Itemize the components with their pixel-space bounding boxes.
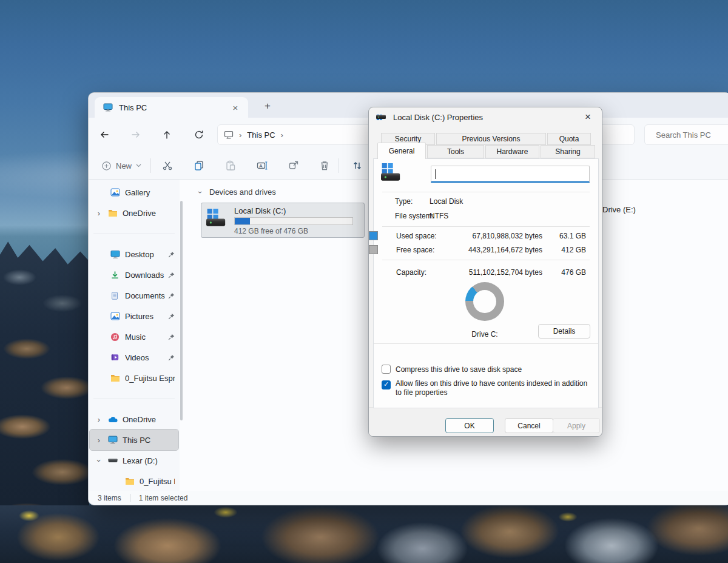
drive-e-label[interactable]: Drive (E:)	[602, 205, 636, 214]
tab-title: This PC	[119, 103, 223, 112]
windows-drive-icon	[376, 115, 381, 120]
monitor-icon	[108, 435, 118, 445]
sidebar-scrollbar[interactable]	[180, 201, 183, 420]
drive-icon	[108, 456, 118, 465]
gallery-icon	[110, 187, 120, 197]
type-label: Type:	[395, 197, 413, 206]
capacity-donut	[465, 282, 504, 321]
ok-button[interactable]: OK	[445, 418, 494, 433]
details-button[interactable]: Details	[538, 324, 590, 339]
selected-count: 1 item selected	[139, 494, 188, 502]
rename-icon[interactable]: A	[252, 156, 272, 175]
sidebar-item-downloads[interactable]: Downloads	[90, 265, 178, 285]
chevron-down-icon	[136, 164, 141, 167]
pin-icon	[168, 251, 175, 258]
sidebar-item-desktop[interactable]: Desktop	[90, 244, 178, 265]
sidebar-item-fujitsu-folder-nested[interactable]: 0_Fujitsu Esprim	[90, 471, 178, 491]
new-button-label: New	[116, 161, 132, 170]
index-checkbox-label: Allow files on this drive to have conten…	[396, 379, 591, 397]
sidebar-divider	[89, 388, 180, 409]
dialog-title-bar[interactable]: Local Disk (C:) Properties ×	[369, 107, 602, 127]
toolbar-separator	[339, 158, 339, 173]
sidebar-divider	[89, 223, 180, 244]
local-disk-c-tile[interactable]: Local Disk (C:) 412 GB free of 476 GB	[201, 203, 365, 238]
cut-icon[interactable]	[158, 156, 177, 175]
chevron-down-icon: ›	[95, 456, 104, 465]
chevron-right-icon: ›	[281, 130, 283, 140]
chevron-down-icon: ›	[196, 188, 204, 197]
sort-icon[interactable]	[348, 156, 367, 175]
breadcrumb[interactable]: This PC	[247, 130, 275, 140]
apply-button[interactable]: Apply	[553, 418, 600, 433]
videos-icon	[110, 352, 120, 362]
pin-icon	[168, 272, 175, 278]
sidebar-item-videos[interactable]: Videos	[90, 347, 178, 368]
onedrive-icon	[108, 414, 118, 424]
folder-icon	[108, 208, 118, 218]
folder-icon	[125, 476, 135, 486]
pin-icon	[168, 292, 175, 299]
tab-close-icon[interactable]: ×	[229, 101, 242, 114]
tab-sharing[interactable]: Sharing	[541, 145, 595, 158]
section-devices-and-drives[interactable]: › Devices and drives	[196, 187, 276, 197]
sidebar-item-onedrive-folder[interactable]: › OneDrive	[90, 203, 178, 223]
sidebar-item-gallery[interactable]: Gallery	[90, 182, 178, 203]
tab-quota[interactable]: Quota	[547, 133, 591, 145]
documents-icon	[110, 291, 120, 300]
tab-previous-versions[interactable]: Previous Versions	[436, 133, 546, 145]
volume-label-input[interactable]	[431, 166, 590, 183]
copy-icon[interactable]	[189, 156, 209, 175]
search-box[interactable]	[644, 124, 728, 145]
desktop-icon	[110, 249, 120, 259]
tab-general[interactable]: General	[377, 143, 426, 159]
sidebar-item-fujitsu-folder[interactable]: 0_Fujitsu Esprim	[90, 368, 178, 388]
index-checkbox[interactable]	[382, 380, 391, 389]
paste-icon[interactable]	[221, 156, 240, 175]
sidebar: Gallery › OneDrive Desktop Down	[89, 180, 180, 492]
sidebar-item-documents[interactable]: Documents	[90, 285, 178, 306]
tab-this-pc[interactable]: This PC ×	[95, 97, 248, 118]
free-space-bytes: 443,291,164,672 bytes	[468, 246, 542, 254]
type-value: Local Disk	[430, 197, 463, 206]
refresh-icon[interactable]	[189, 125, 209, 144]
svg-text:A: A	[259, 163, 263, 169]
forward-button[interactable]	[126, 125, 145, 144]
sidebar-item-music[interactable]: Music	[90, 326, 178, 347]
pin-icon	[168, 334, 175, 340]
tab-tools[interactable]: Tools	[427, 145, 484, 158]
cancel-button[interactable]: Cancel	[505, 418, 553, 433]
share-icon[interactable]	[284, 156, 303, 175]
sidebar-item-pictures[interactable]: Pictures	[90, 306, 178, 326]
pictures-icon	[110, 311, 120, 321]
properties-dialog: Local Disk (C:) Properties × Security Pr…	[368, 107, 602, 437]
new-button[interactable]: New	[96, 156, 147, 175]
close-icon[interactable]: ×	[580, 110, 596, 124]
delete-icon[interactable]	[315, 156, 334, 175]
filesystem-value: NTFS	[430, 212, 448, 220]
capacity-gb: 476 GB	[561, 268, 586, 277]
donut-label: Drive C:	[448, 330, 521, 339]
disk-usage-bar	[234, 217, 353, 225]
free-swatch	[369, 245, 378, 254]
dialog-title: Local Disk (C:) Properties	[393, 113, 575, 122]
used-swatch	[369, 231, 378, 240]
compress-checkbox[interactable]	[382, 365, 391, 374]
up-button[interactable]	[157, 125, 177, 144]
sidebar-item-onedrive[interactable]: › OneDrive	[90, 409, 178, 430]
tab-hardware[interactable]: Hardware	[485, 145, 539, 158]
search-input[interactable]	[645, 125, 728, 144]
sidebar-item-lexar-drive[interactable]: › Lexar (D:)	[90, 450, 178, 471]
items-count: 3 items	[98, 494, 121, 502]
monitor-icon	[224, 130, 234, 139]
windows-drive-icon	[381, 163, 399, 182]
back-button[interactable]	[95, 125, 114, 144]
sidebar-item-this-pc[interactable]: › This PC	[90, 430, 178, 450]
chevron-right-icon: ›	[95, 436, 103, 445]
folder-icon	[110, 373, 120, 383]
used-space-bytes: 67,810,988,032 bytes	[473, 232, 542, 240]
capacity-label: Capacity:	[396, 268, 426, 277]
chevron-right-icon: ›	[95, 415, 103, 424]
status-bar: 3 items 1 item selected	[89, 491, 728, 505]
new-tab-button[interactable]: +	[260, 99, 275, 113]
used-space-gb: 63.1 GB	[559, 232, 586, 240]
